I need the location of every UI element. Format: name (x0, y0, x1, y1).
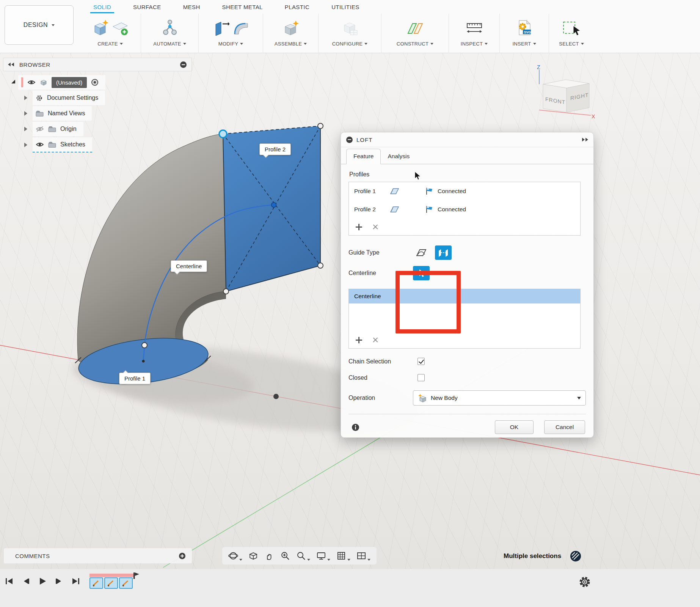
info-icon[interactable] (352, 423, 359, 431)
new-body-icon[interactable] (92, 19, 109, 36)
design-workspace-button[interactable]: DESIGN (5, 5, 74, 45)
cancel-button[interactable]: Cancel (544, 420, 585, 434)
tab-analysis[interactable]: Analysis (381, 149, 416, 164)
centerline-start-point[interactable] (142, 343, 147, 348)
centerline-list-item[interactable]: Centerline (349, 289, 580, 304)
timeline-sketch-feature[interactable] (104, 577, 118, 589)
assemble-icon[interactable] (282, 19, 300, 36)
go-to-end-button[interactable] (71, 577, 80, 586)
browser-panel: BROWSER (Un (3, 58, 192, 153)
press-pull-icon[interactable] (213, 19, 229, 36)
go-to-start-button[interactable] (5, 577, 14, 586)
timeline-settings-gear-icon[interactable] (579, 576, 591, 588)
select-menu[interactable]: SELECT (559, 41, 584, 47)
tab-utilities[interactable]: UTILITIES (331, 4, 359, 10)
vertex-point[interactable] (223, 289, 229, 294)
visibility-eye-icon[interactable] (36, 142, 44, 148)
zoom-tool[interactable] (280, 551, 290, 561)
minimize-browser-icon[interactable] (180, 61, 187, 68)
profile-row-2[interactable]: Profile 2 Connected (349, 200, 580, 219)
timeline-sketch-feature[interactable] (119, 577, 133, 589)
tab-solid[interactable]: SOLID (93, 4, 111, 10)
selection-filter-icon[interactable] (570, 550, 582, 562)
chevron-down-icon (364, 43, 367, 45)
browser-root-row[interactable]: (Unsaved) (3, 75, 192, 90)
comments-bar[interactable]: COMMENTS (4, 548, 192, 563)
expand-dialog-icon[interactable] (582, 138, 588, 142)
browser-item-document-settings[interactable]: Document Settings (3, 91, 192, 105)
remove-centerline-button[interactable] (373, 337, 378, 343)
automate-icon[interactable] (161, 19, 179, 36)
comments-label: COMMENTS (15, 553, 50, 559)
select-icon[interactable] (562, 19, 581, 36)
guide-centerline-button[interactable] (435, 245, 452, 260)
timeline-rollback-bar[interactable] (89, 574, 133, 577)
browser-item-named-views[interactable]: Named Views (3, 106, 192, 121)
browser-item-origin[interactable]: Origin (3, 122, 192, 136)
tab-surface[interactable]: SURFACE (133, 4, 161, 10)
create-sketch-icon[interactable] (111, 19, 129, 36)
modify-menu[interactable]: MODIFY (218, 41, 243, 47)
profile-row-1[interactable]: Profile 1 Connected (349, 182, 580, 200)
square-center-point[interactable] (272, 203, 276, 208)
centerline-tag[interactable]: Centerline (171, 260, 207, 272)
add-comment-icon[interactable] (179, 552, 186, 560)
chain-selection-checkbox[interactable] (417, 358, 425, 365)
collapsed-disclosure-icon[interactable] (24, 127, 27, 131)
construct-icon[interactable] (407, 19, 424, 36)
configure-menu[interactable]: CONFIGURE (332, 41, 368, 47)
tab-plastic[interactable]: PLASTIC (285, 4, 309, 10)
fillet-icon[interactable] (232, 19, 249, 36)
look-at-tool[interactable] (248, 551, 258, 561)
configure-icon[interactable] (341, 19, 359, 36)
add-profile-button[interactable] (356, 224, 362, 230)
browser-item-sketches[interactable]: Sketches (3, 137, 192, 153)
play-button[interactable] (38, 577, 47, 586)
viewcube[interactable]: FRONT RIGHT Z X (530, 64, 598, 125)
grid-settings[interactable] (336, 551, 350, 561)
construct-menu[interactable]: CONSTRUCT (397, 41, 433, 47)
display-settings[interactable] (316, 551, 330, 561)
step-forward-button[interactable] (55, 577, 64, 586)
automate-menu[interactable]: AUTOMATE (153, 41, 186, 47)
ok-button[interactable]: OK (495, 420, 534, 434)
vertex-point[interactable] (318, 263, 323, 268)
orbit-tool[interactable] (228, 551, 242, 561)
viewports-settings[interactable] (356, 551, 370, 561)
visibility-eye-icon[interactable] (27, 79, 36, 85)
vertex-point[interactable] (318, 123, 323, 129)
insert-svg-icon[interactable]: SVG (516, 19, 533, 36)
expanded-disclosure-icon[interactable] (11, 80, 15, 83)
tab-sheet-metal[interactable]: SHEET METAL (222, 4, 263, 10)
highlighted-vertex-point[interactable] (219, 130, 227, 138)
timeline-sketch-feature[interactable] (89, 577, 103, 589)
inspect-menu[interactable]: INSPECT (461, 41, 488, 47)
document-name-badge[interactable]: (Unsaved) (52, 77, 87, 88)
profile1-tag[interactable]: Profile 1 (119, 373, 151, 384)
assemble-menu[interactable]: ASSEMBLE (275, 41, 307, 47)
step-back-button[interactable] (21, 577, 30, 586)
origin-point[interactable] (273, 394, 279, 399)
timeline-playhead-marker[interactable] (133, 572, 140, 579)
insert-menu[interactable]: INSERT (512, 41, 536, 47)
add-centerline-button[interactable] (356, 337, 362, 343)
profile2-tag[interactable]: Profile 2 (259, 143, 291, 155)
tab-feature[interactable]: Feature (346, 149, 381, 164)
collapsed-disclosure-icon[interactable] (24, 111, 27, 116)
collapsed-disclosure-icon[interactable] (24, 143, 27, 147)
measure-icon[interactable] (466, 19, 483, 36)
closed-checkbox[interactable] (417, 374, 425, 381)
operation-dropdown[interactable]: New Body (413, 390, 586, 406)
activate-component-radio[interactable] (91, 79, 99, 86)
tab-mesh[interactable]: MESH (183, 4, 200, 10)
collapse-browser-icon[interactable] (8, 63, 14, 66)
guide-rails-button[interactable] (413, 245, 430, 260)
loft-dialog-titlebar[interactable]: LOFT (341, 132, 593, 147)
centerline-select-button[interactable] (413, 266, 430, 280)
collapsed-disclosure-icon[interactable] (24, 96, 27, 100)
visibility-off-eye-icon[interactable] (36, 126, 44, 132)
fit-tool[interactable] (296, 551, 310, 561)
pan-tool[interactable] (264, 551, 274, 561)
remove-profile-button[interactable] (373, 224, 378, 230)
create-menu[interactable]: CREATE (97, 41, 123, 47)
